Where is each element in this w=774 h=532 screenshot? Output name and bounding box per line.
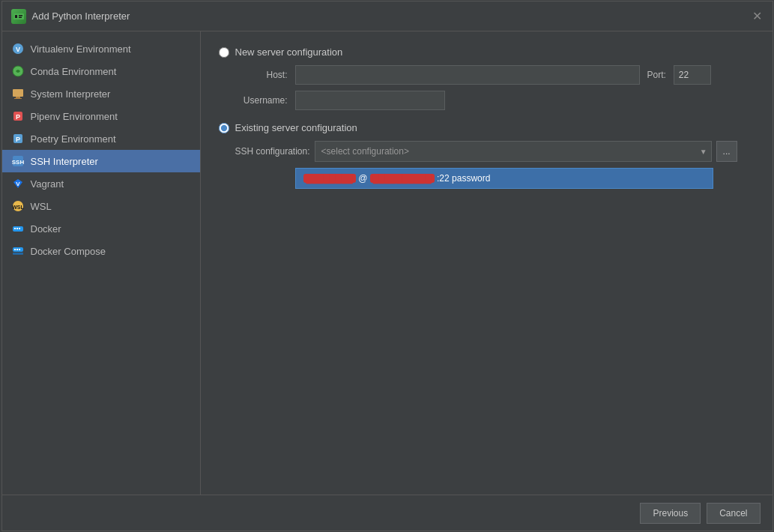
svg-text:WSL: WSL bbox=[12, 205, 24, 210]
dropdown-item-at: @ bbox=[358, 173, 367, 184]
sidebar-item-conda[interactable]: Conda Environment bbox=[2, 60, 200, 82]
ssh-icon: SSH bbox=[11, 154, 25, 168]
virtualenv-icon: V bbox=[11, 42, 25, 55]
cancel-button[interactable]: Cancel bbox=[707, 503, 760, 524]
virtualenv-label: Virtualenv Environment bbox=[31, 43, 131, 55]
sidebar-item-ssh[interactable]: SSH SSH Interpreter bbox=[2, 150, 200, 172]
svg-rect-24 bbox=[13, 253, 23, 255]
sidebar-item-system[interactable]: System Interpreter bbox=[2, 82, 200, 105]
existing-server-form: SSH configuration: <select configuration… bbox=[235, 141, 755, 189]
ssh-config-label: SSH configuration: bbox=[235, 146, 310, 157]
svg-text:SSH: SSH bbox=[12, 159, 24, 166]
docker-icon bbox=[11, 222, 25, 235]
sidebar-item-vagrant[interactable]: V Vagrant bbox=[2, 172, 200, 195]
sidebar-item-poetry[interactable]: P Poetry Environment bbox=[2, 127, 200, 150]
svg-rect-21 bbox=[16, 228, 18, 229]
svg-rect-2 bbox=[19, 15, 22, 16]
redacted-username: ████████ bbox=[303, 174, 356, 183]
ssh-select-wrapper: <select configuration> ▼ bbox=[315, 141, 712, 162]
svg-rect-27 bbox=[19, 249, 20, 250]
more-button[interactable]: ... bbox=[716, 141, 737, 162]
new-server-label[interactable]: New server configuration bbox=[235, 46, 343, 58]
sidebar-item-docker-compose[interactable]: Docker Compose bbox=[2, 240, 200, 262]
svg-rect-1 bbox=[15, 15, 17, 18]
host-input[interactable] bbox=[295, 65, 640, 85]
poetry-icon: P bbox=[11, 132, 25, 145]
main-panel: New server configuration Host: Port: Use… bbox=[201, 31, 773, 495]
svg-rect-25 bbox=[14, 249, 16, 250]
dropdown-item-port-auth: :22 password bbox=[437, 173, 490, 184]
ssh-config-select[interactable]: <select configuration> bbox=[315, 141, 712, 162]
host-label: Host: bbox=[235, 70, 288, 80]
add-python-interpreter-dialog: Add Python Interpreter ✕ V Virtualenv En… bbox=[1, 1, 773, 531]
vagrant-label: Vagrant bbox=[31, 178, 64, 190]
conda-label: Conda Environment bbox=[31, 66, 117, 77]
wsl-icon: WSL bbox=[11, 199, 25, 213]
svg-text:V: V bbox=[16, 181, 20, 187]
system-icon bbox=[11, 87, 25, 100]
sidebar-item-docker[interactable]: Docker bbox=[2, 217, 200, 240]
vagrant-icon: V bbox=[11, 177, 25, 190]
pipenv-label: Pipenv Environment bbox=[31, 111, 118, 122]
new-server-section: New server configuration Host: Port: Use… bbox=[219, 46, 755, 110]
new-server-radio-row: New server configuration bbox=[219, 46, 755, 58]
close-button[interactable]: ✕ bbox=[752, 10, 764, 22]
sidebar-item-virtualenv[interactable]: V Virtualenv Environment bbox=[2, 37, 200, 60]
docker-compose-icon bbox=[11, 244, 25, 258]
poetry-label: Poetry Environment bbox=[31, 133, 116, 145]
sidebar: V Virtualenv Environment Conda Environme… bbox=[2, 31, 201, 495]
port-input[interactable] bbox=[674, 65, 711, 85]
title-bar: Add Python Interpreter ✕ bbox=[2, 1, 773, 31]
conda-icon bbox=[11, 64, 25, 78]
dialog-content: V Virtualenv Environment Conda Environme… bbox=[2, 31, 773, 495]
new-server-form: Host: Port: Username: bbox=[235, 65, 755, 110]
redacted-host: ██████████ bbox=[370, 174, 435, 183]
svg-text:P: P bbox=[15, 113, 19, 121]
username-label: Username: bbox=[235, 95, 288, 106]
username-row: Username: bbox=[235, 91, 755, 110]
dropdown-item-0[interactable]: ████████ @ ██████████ :22 password bbox=[296, 169, 713, 188]
existing-server-section: Existing server configuration SSH config… bbox=[219, 122, 755, 189]
host-row: Host: Port: bbox=[235, 65, 755, 85]
svg-text:P: P bbox=[15, 136, 19, 143]
wsl-label: WSL bbox=[31, 201, 52, 212]
docker-compose-label: Docker Compose bbox=[31, 246, 106, 257]
docker-label: Docker bbox=[31, 223, 61, 235]
existing-server-radio-row: Existing server configuration bbox=[219, 122, 755, 133]
dialog-footer: Previous Cancel bbox=[2, 495, 773, 531]
svg-rect-3 bbox=[19, 16, 22, 18]
existing-server-label[interactable]: Existing server configuration bbox=[235, 122, 357, 133]
sidebar-item-wsl[interactable]: WSL WSL bbox=[2, 195, 200, 217]
previous-button[interactable]: Previous bbox=[640, 503, 701, 524]
app-icon bbox=[11, 9, 26, 24]
pipenv-icon: P bbox=[11, 109, 25, 123]
existing-server-radio[interactable] bbox=[219, 123, 229, 133]
ssh-dropdown-list: ████████ @ ██████████ :22 password bbox=[295, 168, 755, 189]
username-input[interactable] bbox=[295, 91, 445, 110]
ssh-config-row: SSH configuration: <select configuration… bbox=[235, 141, 755, 162]
dropdown-container: ████████ @ ██████████ :22 password bbox=[295, 168, 713, 189]
svg-rect-20 bbox=[14, 228, 16, 229]
dialog-title: Add Python Interpreter bbox=[32, 10, 130, 22]
svg-rect-9 bbox=[14, 98, 22, 99]
ssh-label: SSH Interpreter bbox=[31, 156, 98, 167]
svg-rect-7 bbox=[13, 89, 23, 97]
svg-rect-8 bbox=[16, 97, 20, 98]
system-label: System Interpreter bbox=[31, 88, 111, 100]
title-bar-left: Add Python Interpreter bbox=[11, 9, 130, 24]
svg-rect-22 bbox=[19, 228, 20, 229]
svg-rect-26 bbox=[16, 249, 18, 250]
svg-text:V: V bbox=[15, 46, 19, 53]
new-server-radio[interactable] bbox=[219, 47, 229, 58]
sidebar-item-pipenv[interactable]: P Pipenv Environment bbox=[2, 105, 200, 127]
port-label: Port: bbox=[647, 70, 666, 80]
